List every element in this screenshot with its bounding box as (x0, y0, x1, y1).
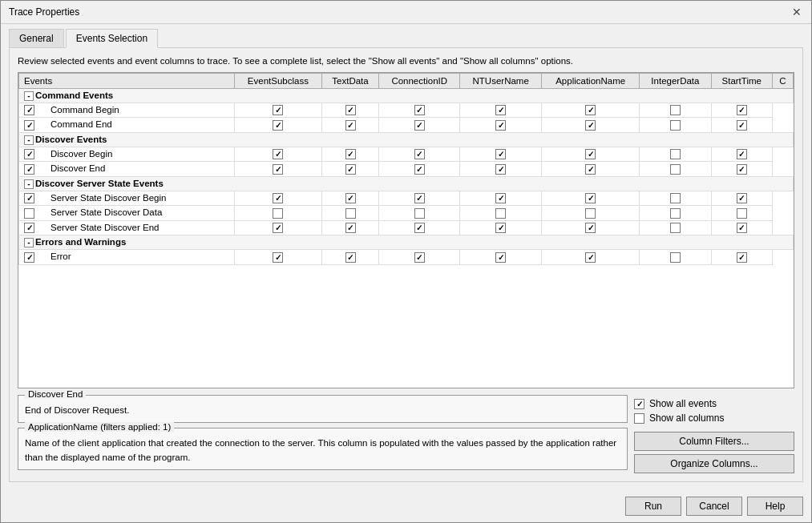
row-checkbox[interactable] (24, 252, 34, 263)
column-checkbox[interactable] (670, 149, 681, 159)
tab-general[interactable]: General (9, 29, 64, 47)
check-cell (711, 118, 772, 132)
column-checkbox[interactable] (670, 193, 681, 203)
column-filters-button[interactable]: Column Filters... (634, 432, 794, 451)
column-checkbox[interactable] (273, 223, 283, 233)
row-checkbox[interactable] (24, 223, 34, 233)
column-checkbox[interactable] (585, 223, 596, 233)
check-cell (379, 147, 460, 161)
column-checkbox[interactable] (585, 120, 596, 131)
column-checkbox[interactable] (670, 105, 681, 115)
column-checkbox[interactable] (670, 164, 681, 175)
table-row: Error (19, 250, 794, 264)
column-checkbox[interactable] (585, 105, 596, 115)
table-row: Server State Discover End (19, 220, 794, 235)
column-checkbox[interactable] (414, 164, 425, 175)
row-checkbox[interactable] (24, 164, 34, 175)
column-checkbox[interactable] (670, 120, 681, 131)
column-checkbox[interactable] (345, 252, 356, 263)
help-button[interactable]: Help (747, 497, 803, 516)
column-checkbox[interactable] (585, 193, 596, 203)
row-checkbox[interactable] (24, 120, 34, 131)
column-checkbox[interactable] (495, 105, 506, 115)
column-checkbox[interactable] (670, 208, 681, 219)
column-checkbox[interactable] (273, 105, 283, 115)
column-checkbox[interactable] (273, 252, 283, 263)
column-checkbox[interactable] (345, 105, 356, 115)
show-all-columns-checkbox[interactable] (634, 413, 644, 424)
column-checkbox[interactable] (414, 193, 425, 203)
column-checkbox[interactable] (345, 149, 356, 159)
column-checkbox[interactable] (670, 223, 681, 233)
row-checkbox[interactable] (24, 193, 34, 203)
show-all-events-row[interactable]: Show all events (634, 398, 794, 409)
check-cell (640, 250, 711, 264)
cancel-button[interactable]: Cancel (686, 497, 742, 516)
column-checkbox[interactable] (737, 164, 747, 175)
tab-events-selection[interactable]: Events Selection (66, 29, 158, 48)
column-checkbox[interactable] (414, 223, 425, 233)
app-name-panel: ApplicationName (filters applied: 1) Nam… (18, 428, 628, 470)
column-checkbox[interactable] (345, 193, 356, 203)
close-button[interactable]: ✕ (790, 6, 803, 18)
check-cell (321, 118, 378, 132)
column-checkbox[interactable] (414, 252, 425, 263)
right-section: Show all events Show all columns Column … (634, 395, 794, 473)
column-checkbox[interactable] (345, 208, 356, 219)
column-checkbox[interactable] (737, 208, 747, 219)
column-checkbox[interactable] (495, 120, 506, 131)
column-checkbox[interactable] (737, 105, 747, 115)
group-header-cell: -Command Events (19, 89, 794, 103)
column-checkbox[interactable] (345, 164, 356, 175)
column-checkbox[interactable] (495, 164, 506, 175)
column-checkbox[interactable] (585, 208, 596, 219)
column-checkbox[interactable] (495, 223, 506, 233)
column-checkbox[interactable] (273, 149, 283, 159)
column-checkbox[interactable] (495, 252, 506, 263)
row-checkbox[interactable] (24, 149, 34, 159)
row-checkbox[interactable] (24, 105, 34, 115)
discover-end-panel-text: End of Discover Request. (25, 404, 620, 417)
column-checkbox[interactable] (737, 252, 747, 263)
check-cell (542, 220, 640, 235)
group-toggle[interactable]: - (24, 135, 34, 145)
column-checkbox[interactable] (737, 149, 747, 159)
row-checkbox[interactable] (24, 208, 34, 219)
checkboxes-panel: Show all events Show all columns (634, 395, 794, 427)
column-checkbox[interactable] (273, 208, 283, 219)
column-checkbox[interactable] (585, 164, 596, 175)
event-name-label: Error (50, 251, 71, 261)
group-toggle[interactable]: - (24, 179, 34, 189)
column-checkbox[interactable] (670, 252, 681, 263)
run-button[interactable]: Run (625, 497, 681, 516)
column-checkbox[interactable] (737, 120, 747, 131)
column-checkbox[interactable] (273, 164, 283, 175)
column-checkbox[interactable] (585, 149, 596, 159)
group-row: -Command Events (19, 89, 794, 103)
check-cell (321, 162, 378, 176)
column-checkbox[interactable] (495, 208, 506, 219)
group-toggle[interactable]: - (24, 91, 34, 101)
column-checkbox[interactable] (273, 193, 283, 203)
column-checkbox[interactable] (414, 208, 425, 219)
show-all-columns-row[interactable]: Show all columns (634, 412, 794, 424)
column-checkbox[interactable] (495, 149, 506, 159)
column-checkbox[interactable] (737, 223, 747, 233)
column-checkbox[interactable] (585, 252, 596, 263)
group-header-cell: -Errors and Warnings (19, 235, 794, 250)
events-table-container[interactable]: Events EventSubclass TextData Connection… (18, 72, 794, 388)
col-header-starttime: StartTime (711, 74, 772, 89)
column-checkbox[interactable] (414, 105, 425, 115)
column-checkbox[interactable] (737, 193, 747, 203)
column-checkbox[interactable] (495, 193, 506, 203)
organize-columns-button[interactable]: Organize Columns... (634, 454, 794, 473)
check-cell (711, 191, 772, 205)
column-checkbox[interactable] (273, 120, 283, 131)
column-checkbox[interactable] (345, 120, 356, 131)
check-cell (234, 103, 321, 117)
column-checkbox[interactable] (414, 120, 425, 131)
show-all-events-checkbox[interactable] (634, 399, 644, 409)
group-toggle[interactable]: - (24, 238, 34, 247)
column-checkbox[interactable] (345, 223, 356, 233)
column-checkbox[interactable] (414, 149, 425, 159)
